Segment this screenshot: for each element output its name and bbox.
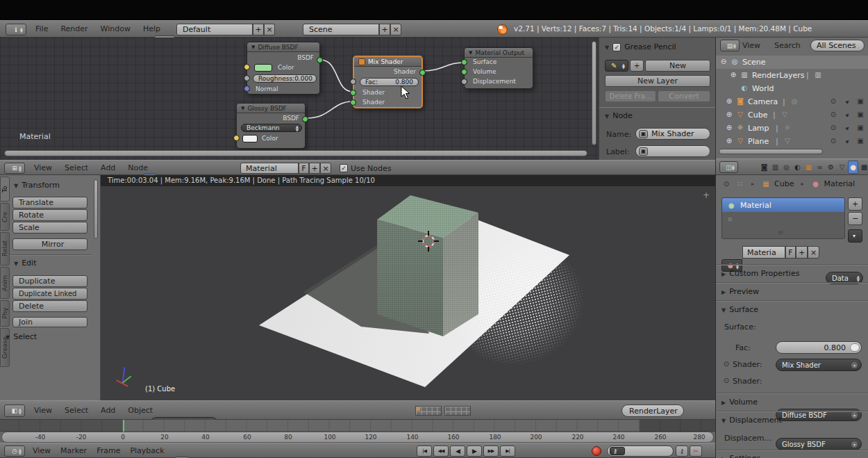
unlink-socket-icon[interactable]: ⊙ — [721, 360, 731, 368]
panel-preview[interactable]: Preview — [729, 287, 759, 296]
select-panel-title[interactable]: Select — [13, 332, 37, 341]
hide-eye-icon[interactable]: ⊙ — [828, 111, 838, 118]
delete-button[interactable]: Delete — [12, 300, 87, 312]
tab-constraints[interactable]: ∞ — [815, 161, 825, 174]
shelf-tab-create[interactable]: Cre — [0, 203, 10, 231]
timeline-band[interactable] — [0, 420, 715, 432]
panel-surface[interactable]: Surface — [729, 305, 758, 314]
menu-object[interactable]: Object — [122, 406, 159, 415]
panel-settings[interactable]: Settings — [729, 454, 760, 458]
node-editor-vscrollbar[interactable] — [592, 41, 596, 145]
editor-type-selector[interactable]: ◫ — [719, 161, 738, 173]
collapse-icon[interactable]: ⊖ — [719, 58, 728, 65]
grease-pencil-new-button[interactable]: New — [645, 60, 710, 72]
menu-search[interactable]: Search — [774, 41, 801, 50]
viewport-3d[interactable]: Time:00:03.04 | Mem:9.16M, Peak:9.16M | … — [0, 175, 715, 420]
fac-slider[interactable]: 0.800 — [776, 341, 862, 354]
shelf-tab-animation[interactable]: Anim — [0, 267, 10, 299]
expand-icon[interactable]: ⊕ — [724, 111, 734, 118]
menu-render[interactable]: Render — [54, 24, 94, 33]
grease-pencil-pen-select[interactable]: ✎ — [605, 60, 628, 72]
menu-add[interactable]: Add — [94, 163, 122, 172]
record-button[interactable] — [592, 446, 601, 456]
mirror-button[interactable]: Mirror — [12, 238, 87, 250]
shelf-tab-tools[interactable]: To — [0, 177, 10, 202]
fake-user-button[interactable]: F — [785, 246, 796, 259]
node-label-field[interactable]: ▣ — [635, 145, 710, 157]
view-controls-plus-icon[interactable]: + — [703, 190, 710, 200]
socket-output-volume[interactable] — [461, 69, 467, 75]
layer-grid-2[interactable] — [444, 406, 471, 416]
insert-keyframe-button[interactable]: ⚷ — [676, 445, 688, 457]
tab-world[interactable]: ◐ — [792, 161, 803, 174]
pin-icon[interactable]: ⊙ — [721, 180, 731, 188]
socket-glossy-color[interactable] — [233, 135, 240, 141]
convert-button[interactable]: Convert — [658, 90, 710, 102]
add-layout-button[interactable]: + — [253, 24, 264, 35]
selectable-pointer-icon[interactable]: ▸ — [841, 135, 853, 147]
tool-shelf-scrollbar[interactable] — [94, 179, 98, 239]
node-editor[interactable]: ▼Diffuse BSDF BSDF Color Roughness: 0.00… — [0, 38, 715, 160]
selectable-pointer-icon[interactable]: ▸ — [841, 122, 853, 134]
socket-diffuse-bsdf-out[interactable] — [317, 57, 323, 63]
join-button[interactable]: Join — [12, 317, 87, 327]
duplicate-button[interactable]: Duplicate — [12, 275, 87, 287]
node-diffuse-bsdf[interactable]: ▼Diffuse BSDF BSDF Color Roughness: 0.00… — [247, 42, 320, 95]
editor-type-selector[interactable]: ◷ — [4, 445, 25, 457]
translate-button[interactable]: Translate — [12, 197, 87, 208]
node-material-output[interactable]: ▼Material Output Surface Volume Displace… — [464, 47, 533, 89]
editor-type-selector[interactable]: ℹ — [6, 24, 26, 35]
render-restrict-icon[interactable]: ▣ — [856, 137, 865, 145]
unlink-socket-icon[interactable]: ⊙ — [721, 377, 731, 384]
grease-pencil-add-button[interactable]: + — [630, 60, 644, 72]
expand-icon[interactable]: ⊕ — [728, 71, 738, 79]
add-slot-button[interactable]: + — [848, 197, 862, 211]
play-reverse-button[interactable]: ◀ — [450, 445, 465, 457]
new-layer-button[interactable]: New Layer — [605, 75, 710, 87]
jump-end-button[interactable]: ▶| — [500, 445, 515, 457]
outliner-row-renderlayers[interactable]: ⊕ ▥ RenderLayers | ▥ — [716, 69, 868, 82]
timeline-ruler[interactable]: -40 -20 0 20 40 60 80 100 120 140 160 18… — [1, 432, 714, 443]
panel-volume[interactable]: Volume — [729, 398, 758, 407]
hide-eye-icon[interactable]: ⊙ — [828, 97, 838, 105]
render-restrict-icon[interactable]: ▣ — [856, 97, 865, 105]
outliner-row-world[interactable]: ◐ World — [716, 82, 868, 95]
delete-frames-button[interactable]: Delete Fra... — [605, 90, 656, 102]
add-material-button[interactable]: + — [796, 246, 808, 259]
layer-grid-1[interactable] — [415, 406, 442, 416]
menu-select[interactable]: Select — [58, 406, 94, 415]
menu-add[interactable]: Add — [94, 406, 122, 415]
node-name-field[interactable]: ▣ Mix Shader — [635, 128, 710, 140]
outliner-row-lamp[interactable]: ⊕ ☼ Lamp | ☼ ⊙ ▸ ▣ — [716, 122, 868, 135]
shelf-tab-relations[interactable]: Relat — [0, 232, 10, 265]
unlink-material-button[interactable]: × — [808, 246, 819, 259]
outliner-filter-select[interactable]: All Scenes — [810, 40, 865, 51]
expand-icon[interactable]: ⊕ — [724, 124, 734, 131]
slot-specials-menu[interactable]: ▾ — [848, 229, 862, 243]
grease-pencil-panel-title[interactable]: Grease Pencil — [624, 42, 676, 51]
socket-mix-shader-out[interactable] — [419, 69, 426, 76]
breadcrumb-material[interactable]: Material — [824, 179, 855, 188]
use-nodes-checkbox[interactable]: ✓ — [340, 164, 348, 172]
outliner-row-plane[interactable]: ⊕ ▽ Plane | ▽ ⊙ ▸ ▣ — [716, 135, 868, 148]
menu-help[interactable]: Help — [137, 24, 167, 33]
socket-mix-fac[interactable] — [350, 79, 356, 85]
socket-diffuse-color[interactable] — [244, 64, 250, 70]
outliner-row-camera[interactable]: ⊕ ◙ Camera | ◎ ⊙ ▸ ▣ — [716, 95, 868, 108]
expand-icon[interactable]: ⊕ — [724, 137, 734, 145]
menu-node[interactable]: Node — [122, 163, 154, 172]
node-glossy-bsdf[interactable]: ▼Glossy BSDF BSDF Beckmann Color — [236, 103, 306, 149]
diffuse-roughness-slider[interactable]: Roughness: 0.000 — [253, 74, 317, 83]
expand-icon[interactable]: ⊕ — [724, 97, 734, 105]
delete-layout-button[interactable]: × — [264, 24, 275, 35]
list-resize-grip[interactable]: ≡ — [778, 229, 783, 236]
unlink-material-button[interactable]: × — [320, 163, 331, 174]
diffuse-color-swatch[interactable] — [254, 64, 272, 72]
scene-name[interactable]: Scene — [303, 24, 379, 35]
outliner-row-scene[interactable]: ⊖ ◎ Scene — [716, 56, 868, 69]
panel-displacement[interactable]: Displacement — [729, 416, 782, 425]
prev-keyframe-button[interactable]: ◀◀ — [433, 445, 449, 457]
menu-view[interactable]: View — [742, 41, 760, 50]
tab-material[interactable]: ● — [848, 161, 858, 174]
menu-marker[interactable]: Marker — [56, 446, 92, 455]
